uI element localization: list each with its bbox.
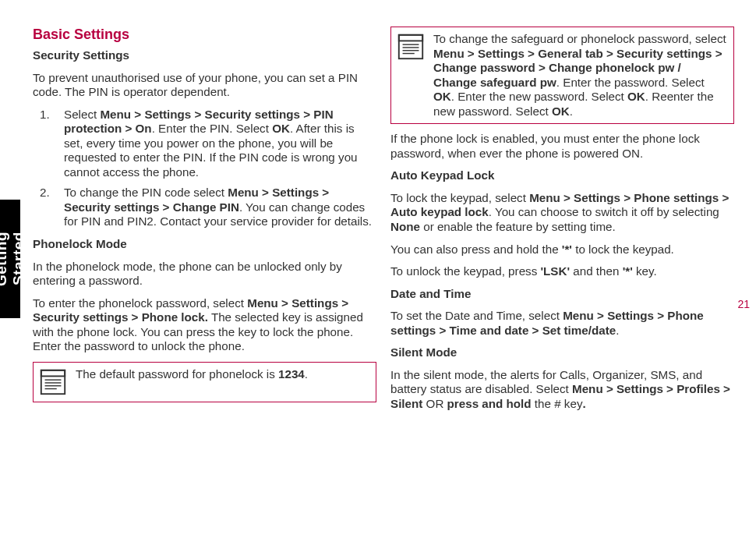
heading-date-time: Date and Time [390, 287, 734, 302]
note-icon [38, 367, 68, 397]
text: . [582, 397, 585, 410]
note-change-password: To change the safeguard or phonelock pas… [390, 27, 734, 124]
text: . Enter the new password. Select [451, 90, 627, 103]
heading-basic-settings: Basic Settings [33, 27, 376, 44]
heading-security-settings: Security Settings [33, 48, 376, 63]
text: OR [422, 397, 447, 410]
para-phonelock-desc: In the phonelock mode, the phone can be … [33, 260, 376, 289]
text: To unlock the keypad, press [390, 264, 540, 278]
text: . [305, 367, 308, 381]
para-pin-intro: To prevent unauthorised use of your phon… [33, 71, 376, 100]
text: To lock the keypad, select [390, 191, 529, 204]
text: To enter the phonelock password, select [33, 296, 247, 310]
page-number: 21 [737, 298, 750, 310]
press-hold-label: press and hold [447, 397, 532, 410]
key-label: '*' [623, 264, 633, 278]
text: the # key [532, 397, 583, 410]
svg-rect-7 [399, 35, 422, 41]
para-set-date-time: To set the Date and Time, select Menu > … [390, 309, 734, 338]
ok-label: OK [552, 104, 570, 118]
para-unlock-keypad: To unlock the keypad, press 'LSK' and th… [390, 264, 734, 279]
key-label: 'LSK' [540, 264, 570, 278]
text: . Enter the password. Select [556, 76, 705, 89]
list-item: To change the PIN code select Menu > Set… [53, 186, 376, 229]
page-content: Basic Settings Security Settings To prev… [33, 27, 734, 419]
note-text: To change the safeguard or phonelock pas… [433, 32, 727, 119]
ok-label: OK [272, 122, 290, 135]
pin-steps-list: Select Menu > Settings > Security settin… [33, 108, 376, 229]
para-phonelock-steps: To enter the phonelock password, select … [33, 296, 376, 354]
password-value: 1234 [278, 367, 305, 381]
svg-rect-1 [41, 370, 65, 377]
ok-label: OK [433, 90, 451, 103]
text: The default password for phonelock is [76, 367, 278, 381]
list-item: Select Menu > Settings > Security settin… [53, 108, 376, 180]
text: and then [570, 264, 623, 278]
text: or enable the feature by setting time. [420, 220, 616, 233]
none-label: None [390, 220, 420, 233]
key-label: '*' [562, 243, 572, 256]
heading-phonelock-mode: Phonelock Mode [33, 237, 376, 252]
ok-label: OK [627, 90, 645, 103]
text: . [570, 104, 573, 118]
para-phonelock-enabled: If the phone lock is enabled, you must e… [390, 132, 734, 161]
para-keypad-lock: To lock the keypad, select Menu > Settin… [390, 191, 734, 235]
note-text: The default password for phonelock is 12… [76, 367, 369, 397]
text: to lock the keypad. [572, 243, 674, 256]
side-tab-label: Getting Started [0, 200, 20, 318]
text: To change the PIN code select [64, 186, 228, 199]
text: You can also press and hold the [390, 243, 562, 256]
text: . [616, 324, 619, 337]
text: key. [633, 264, 657, 278]
left-column: Basic Settings Security Settings To prev… [33, 27, 376, 419]
text: Select [64, 108, 100, 121]
para-press-hold-star: You can also press and hold the '*' to l… [390, 243, 734, 257]
heading-auto-keypad-lock: Auto Keypad Lock [390, 168, 734, 183]
heading-silent-mode: Silent Mode [390, 345, 734, 360]
svg-rect-0 [41, 370, 65, 394]
text: . Enter the PIN. Select [152, 122, 272, 135]
note-default-password: The default password for phonelock is 12… [33, 362, 376, 402]
text: To change the safeguard or phonelock pas… [433, 32, 726, 45]
text: To set the Date and Time, select [390, 309, 563, 322]
para-silent-mode: In the silent mode, the alerts for Calls… [390, 368, 734, 412]
note-icon [396, 32, 426, 62]
right-column: To change the safeguard or phonelock pas… [390, 27, 734, 419]
text: . You can choose to switch it off by sel… [489, 205, 719, 218]
svg-rect-6 [399, 35, 422, 58]
